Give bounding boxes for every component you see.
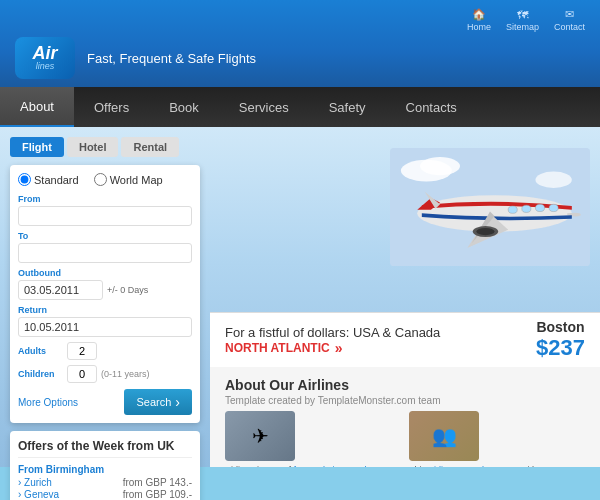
children-row: Children (0-11 years) (18, 365, 192, 383)
deal-price-box: Boston $237 (536, 319, 585, 361)
deal-price: $237 (536, 335, 585, 361)
tab-flight[interactable]: Flight (10, 137, 64, 157)
nav-safety[interactable]: Safety (309, 87, 386, 127)
about-text-1: Airlines is one of free website template… (225, 465, 401, 467)
tagline: Fast, Frequent & Safe Flights (87, 51, 256, 66)
svg-point-6 (476, 228, 494, 235)
outbound-label: Outbound (18, 268, 192, 278)
nav-about[interactable]: About (0, 87, 74, 127)
svg-point-2 (420, 157, 460, 175)
return-input[interactable] (18, 317, 192, 337)
about-thumb-1: ✈ (225, 411, 295, 461)
main-nav: About Offers Book Services Safety Contac… (0, 87, 600, 127)
svg-point-3 (535, 172, 571, 188)
svg-point-10 (508, 206, 517, 213)
logo-text: Air (32, 44, 57, 62)
about-left: About Our Airlines Template created by T… (225, 377, 585, 457)
about-link-1[interactable]: free website templates (294, 465, 384, 467)
about-link-2[interactable]: Airlines Template (428, 465, 496, 467)
from-label: From (18, 194, 192, 204)
return-row: Return (18, 305, 192, 337)
about-text-2: This Airlines Template goes with two pac… (409, 465, 585, 467)
nav-book[interactable]: Book (149, 87, 219, 127)
svg-point-7 (522, 205, 531, 212)
from-input[interactable] (18, 206, 192, 226)
deal-text: For a fistful of dollars: USA & Canada N… (225, 325, 440, 356)
nav-contacts[interactable]: Contacts (386, 87, 477, 127)
sitemap-nav-item[interactable]: 🗺 Sitemap (506, 9, 539, 32)
offers-section: Offers of the Week from UK From Birmingh… (10, 431, 200, 500)
about-subtitle: Template created by TemplateMonster.com … (225, 395, 585, 406)
offer-item: Zurich from GBP 143.- (18, 477, 192, 488)
children-label: Children (18, 369, 63, 379)
main-content: Flight Hotel Rental Standard World Map F… (0, 127, 600, 467)
deal-city: Boston (536, 319, 585, 335)
plus-days: +/- 0 Days (107, 280, 148, 300)
radio-worldmap[interactable]: World Map (94, 173, 163, 186)
adults-input[interactable] (67, 342, 97, 360)
svg-point-9 (549, 204, 558, 211)
home-nav-item[interactable]: 🏠 Home (467, 8, 491, 32)
nav-offers[interactable]: Offers (74, 87, 149, 127)
about-columns: ✈ Airlines is one of free website templa… (225, 411, 585, 467)
about-col-2: 👥 This Airlines Template goes with two p… (409, 411, 585, 467)
left-panel: Flight Hotel Rental Standard World Map F… (0, 127, 210, 467)
adults-row: Adults (18, 342, 192, 360)
tab-rental[interactable]: Rental (121, 137, 179, 157)
about-thumb-2: 👥 (409, 411, 479, 461)
radio-standard[interactable]: Standard (18, 173, 79, 186)
logo-sub: lines (32, 62, 57, 72)
deal-arrows-icon: » (335, 340, 343, 356)
to-label: To (18, 231, 192, 241)
header: 🏠 Home 🗺 Sitemap ✉ Contact Air lines Fas… (0, 0, 600, 87)
radio-group: Standard World Map (18, 173, 192, 186)
brand-area: Air lines Fast, Frequent & Safe Flights (15, 37, 585, 87)
logo: Air lines (15, 37, 75, 79)
offer-link-geneva-1[interactable]: Geneva (18, 489, 59, 500)
sitemap-icon: 🗺 (517, 9, 528, 21)
deal-sub: NORTH ATLANTIC » (225, 340, 440, 356)
deal-banner: For a fistful of dollars: USA & Canada N… (210, 312, 600, 367)
deal-title: For a fistful of dollars: USA & Canada (225, 325, 440, 340)
to-field-row: To (18, 231, 192, 263)
search-tabs: Flight Hotel Rental (10, 137, 200, 157)
tab-hotel[interactable]: Hotel (67, 137, 119, 157)
to-input[interactable] (18, 243, 192, 263)
search-form: Standard World Map From To Outbound (10, 165, 200, 423)
about-section: About Our Airlines Template created by T… (210, 367, 600, 467)
about-title: About Our Airlines (225, 377, 585, 393)
about-col-1: ✈ Airlines is one of free website templa… (225, 411, 401, 467)
svg-point-8 (535, 204, 544, 211)
contact-nav-item[interactable]: ✉ Contact (554, 8, 585, 32)
return-label: Return (18, 305, 192, 315)
header-top-nav: 🏠 Home 🗺 Sitemap ✉ Contact (15, 8, 585, 32)
offer-price-geneva-1: from GBP 109.- (123, 489, 192, 500)
children-input[interactable] (67, 365, 97, 383)
adults-label: Adults (18, 346, 63, 356)
more-options-link[interactable]: More Options (18, 397, 78, 408)
search-button[interactable]: Search (124, 389, 192, 415)
offer-from-birmingham: From Birmingham (18, 464, 192, 475)
children-note: (0-11 years) (101, 369, 150, 379)
center-area: For a fistful of dollars: USA & Canada N… (210, 127, 600, 467)
offer-group-birmingham: From Birmingham Zurich from GBP 143.- Ge… (18, 464, 192, 500)
outbound-row: Outbound +/- 0 Days (18, 268, 192, 300)
offer-item: Geneva from GBP 109.- (18, 489, 192, 500)
from-field-row: From (18, 194, 192, 226)
home-icon: 🏠 (472, 8, 486, 21)
offer-link-zurich-1[interactable]: Zurich (18, 477, 52, 488)
contact-icon: ✉ (565, 8, 574, 21)
outbound-input[interactable] (18, 280, 103, 300)
plane-section (210, 127, 600, 312)
nav-services[interactable]: Services (219, 87, 309, 127)
form-actions: More Options Search (18, 389, 192, 415)
offers-title: Offers of the Week from UK (18, 439, 192, 458)
plane-image (390, 137, 590, 277)
offer-price-zurich-1: from GBP 143.- (123, 477, 192, 488)
